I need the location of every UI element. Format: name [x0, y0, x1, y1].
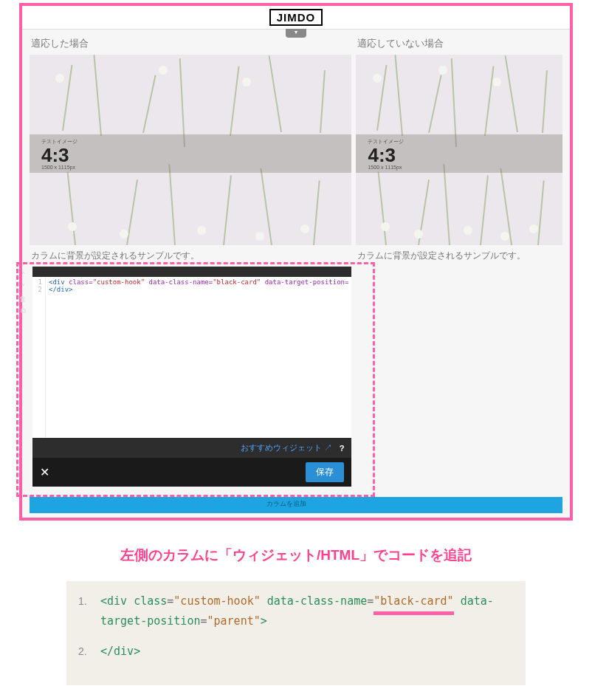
- gutter-line: 1: [32, 278, 42, 286]
- jimdo-logo: JIMDO: [269, 9, 323, 26]
- code-token: data-class-name=: [149, 278, 213, 286]
- line-number: 2.: [78, 645, 100, 657]
- close-icon[interactable]: ✕: [40, 465, 49, 479]
- editor-dashed-wrap: ˄ ˅ 🗑 ⧉ 1 2 <div: [12, 267, 351, 487]
- screenshot-frame: JIMDO ▾ 適応した場合: [19, 3, 573, 521]
- chevron-up-icon[interactable]: ˄: [18, 271, 27, 280]
- editor-toolbar: [32, 267, 351, 277]
- right-sample-image: テストイメージ 4:3 1500 x 1115px: [356, 55, 562, 245]
- code-row-1: 1. <div class="custom-hook" data-class-n…: [78, 591, 514, 631]
- code-token: </div>: [49, 286, 73, 293]
- ratio-dims: 1500 x 1115px: [41, 165, 78, 170]
- add-column-label: カラムを追加: [266, 499, 306, 509]
- highlighted-value-part1: "black-: [374, 591, 420, 611]
- code-line-2: </div>: [100, 642, 514, 662]
- code-lines[interactable]: <div class="custom-hook" data-class-name…: [46, 277, 351, 438]
- right-caption: カラムに背景が設定されるサンプルです。: [356, 245, 562, 267]
- copy-icon[interactable]: ⧉: [18, 306, 27, 315]
- right-column-title: 適応していない場合: [356, 34, 562, 55]
- chevron-down-icon[interactable]: ˅: [18, 283, 27, 292]
- columns-container: 適応した場合: [22, 30, 570, 487]
- code-token: <div: [49, 278, 65, 286]
- html-editor: 1 2 <div class="custom-hook" data-class-…: [32, 267, 351, 487]
- line-gutter: 1 2: [32, 277, 46, 438]
- code-row-2: 2. </div>: [78, 642, 514, 662]
- recommended-widget-link[interactable]: おすすめウィジェット ↗: [241, 442, 332, 453]
- editor-save-row: ✕ 保存: [32, 458, 351, 487]
- editor-footer: おすすめウィジェット ↗ ?: [32, 438, 351, 458]
- instruction-text: 左側のカラムに「ウィジェット/HTML」でコードを追記: [0, 546, 592, 565]
- highlighted-value-part2: card": [421, 591, 454, 611]
- ratio-dims: 1500 x 1115px: [368, 165, 404, 170]
- gutter-line: 2: [32, 286, 42, 293]
- code-token: class=: [69, 278, 93, 286]
- left-sample-image: テストイメージ 4:3 1500 x 1115px: [30, 55, 351, 245]
- ratio-band: テストイメージ 4:3 1500 x 1115px: [356, 134, 562, 173]
- left-caption: カラムに背景が設定されるサンプルです。: [30, 245, 351, 267]
- code-area[interactable]: 1 2 <div class="custom-hook" data-class-…: [32, 277, 351, 438]
- ratio-text: 4:3: [368, 145, 404, 165]
- save-button[interactable]: 保存: [306, 462, 344, 482]
- add-column-bar[interactable]: カラムを追加: [30, 497, 562, 513]
- right-column: 適応していない場合: [356, 34, 562, 487]
- code-line-1: <div class="custom-hook" data-class-name…: [100, 591, 514, 631]
- code-token: data-target-position=: [265, 278, 349, 286]
- ratio-band: テストイメージ 4:3 1500 x 1115px: [30, 134, 351, 173]
- ratio-text: 4:3: [41, 145, 78, 165]
- editor-icon-strip: ˄ ˅ 🗑 ⧉: [16, 271, 30, 315]
- code-token: "custom-hook": [93, 278, 145, 286]
- line-number: 1.: [78, 595, 100, 607]
- help-icon[interactable]: ?: [340, 444, 345, 453]
- app-topbar: JIMDO ▾: [22, 6, 570, 30]
- trash-icon[interactable]: 🗑: [18, 295, 27, 303]
- code-snippet-block: 1. <div class="custom-hook" data-class-n…: [66, 581, 526, 685]
- code-token: "black-card": [213, 278, 261, 286]
- left-column: 適応した場合: [30, 34, 351, 487]
- dropdown-tab-icon[interactable]: ▾: [286, 29, 306, 38]
